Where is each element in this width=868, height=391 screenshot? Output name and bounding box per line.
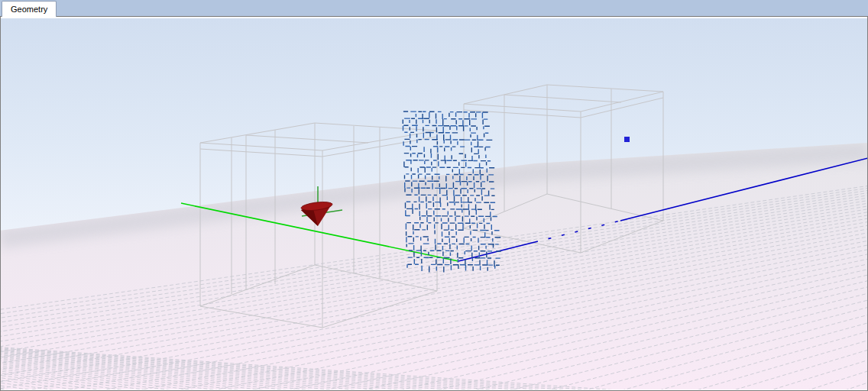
tab-geometry-label: Geometry (11, 5, 47, 14)
geometry-viewport[interactable] (0, 17, 868, 391)
tab-bar: Geometry (0, 0, 868, 17)
tab-geometry[interactable]: Geometry (2, 1, 57, 17)
scene-3d[interactable] (1, 18, 867, 389)
application-window: Geometry (0, 0, 868, 391)
point-marker[interactable] (624, 137, 630, 142)
viewport-canvas[interactable] (1, 18, 867, 389)
